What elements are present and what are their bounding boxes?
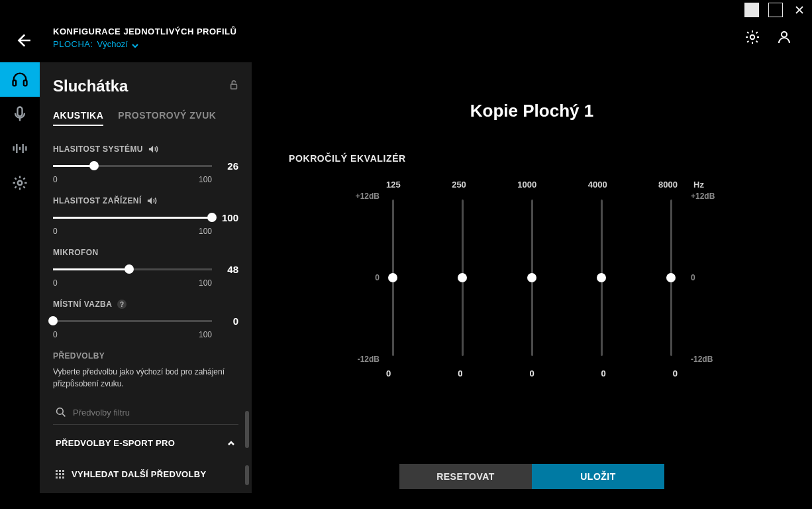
slider-label-sidetone: MÍSTNÍ VAZBA [53, 300, 112, 309]
slider-max: 100 [199, 278, 212, 288]
eq-freq-label: 8000 [658, 180, 678, 190]
reset-button[interactable]: RESETOVAT [399, 464, 532, 489]
sidetone-value: 0 [219, 315, 238, 327]
eq-band-value: 0 [458, 368, 462, 378]
scrollbar-thumb[interactable] [245, 465, 249, 485]
device-volume-value: 100 [219, 212, 238, 223]
eq-band-slider-8000[interactable] [670, 199, 672, 356]
system-volume-slider[interactable] [53, 165, 212, 167]
svg-rect-4 [18, 107, 23, 117]
slider-min: 0 [53, 175, 58, 184]
db-label: +12dB [340, 192, 380, 201]
preset-row-esport[interactable]: PŘEDVOLBY E-SPORT PRO [53, 427, 238, 459]
tab-equalizer[interactable] [0, 131, 40, 166]
back-button[interactable] [15, 32, 32, 49]
tab-lighting[interactable] [0, 166, 40, 200]
svg-rect-2 [13, 80, 17, 85]
preset-row-label: VYHLEDAT DALŠÍ PŘEDVOLBY [72, 469, 206, 479]
db-label: 0 [691, 273, 731, 282]
svg-point-1 [782, 32, 787, 37]
sidebar-panel: Sluchátka AKUSTIKA PROSTOROVÝ ZVUK HLASI… [40, 62, 252, 493]
system-volume-value: 26 [219, 160, 238, 172]
microphone-slider[interactable] [53, 268, 212, 270]
svg-rect-3 [24, 80, 27, 85]
profile-label: PLOCHA: [53, 39, 93, 49]
grid-icon [56, 470, 65, 479]
hz-label: Hz [693, 180, 704, 190]
eq-band-slider-125[interactable] [392, 199, 394, 356]
preset-row-default[interactable]: VÝCHOZÍ [53, 490, 238, 493]
sidebar-title: Sluchátka [53, 77, 128, 95]
db-label: -12dB [691, 355, 731, 364]
sidetone-slider[interactable] [53, 320, 212, 322]
svg-point-7 [57, 408, 64, 415]
tab-surround[interactable]: PROSTOROVÝ ZVUK [118, 110, 216, 126]
scrollbar-thumb[interactable] [245, 411, 249, 448]
slider-label-device-volume: HLASITOST ZAŘÍZENÍ [53, 196, 142, 205]
db-label: +12dB [691, 192, 731, 201]
eq-freq-label: 1000 [517, 180, 536, 190]
presets-heading: PŘEDVOLBY [53, 351, 238, 361]
eq-band-slider-1000[interactable] [531, 199, 533, 356]
slider-max: 100 [199, 227, 212, 236]
preset-search-input[interactable] [73, 408, 236, 418]
preset-row-label: PŘEDVOLBY E-SPORT PRO [56, 438, 175, 448]
volume-icon [148, 144, 159, 154]
profile-selector[interactable]: PLOCHA: Výchozí [53, 39, 236, 49]
eq-section-label: POKROČILÝ EKVALIZÉR [289, 153, 779, 164]
save-button[interactable]: ULOŽIT [532, 464, 664, 489]
eq-freq-label: 4000 [588, 180, 607, 190]
svg-rect-6 [231, 84, 237, 89]
eq-band-value: 0 [601, 368, 606, 378]
preset-row-find-more[interactable]: VYHLEDAT DALŠÍ PŘEDVOLBY [53, 459, 238, 490]
equalizer-grid: 125 250 1000 4000 8000 Hz +12dB 0 -12dB … [353, 180, 711, 378]
eq-band-slider-250[interactable] [462, 199, 464, 356]
slider-label-microphone: MIKROFON [53, 248, 99, 257]
eq-freq-label: 125 [386, 180, 401, 190]
lock-icon[interactable] [229, 80, 238, 93]
svg-point-5 [18, 181, 23, 186]
window-maximize-button[interactable] [768, 3, 783, 17]
preset-search[interactable] [53, 400, 238, 425]
chevron-up-icon [227, 439, 236, 448]
db-label: -12dB [340, 355, 380, 364]
eq-title: Kopie Plochý 1 [285, 101, 779, 121]
help-icon[interactable]: ? [117, 300, 127, 309]
eq-band-slider-4000[interactable] [601, 199, 603, 356]
slider-max: 100 [199, 330, 212, 339]
profile-value: Výchozí [97, 39, 128, 49]
microphone-value: 48 [219, 264, 238, 275]
device-volume-slider[interactable] [53, 217, 212, 219]
eq-band-value: 0 [529, 368, 534, 378]
db-label: 0 [340, 273, 380, 282]
page-title: KONFIGURACE JEDNOTLIVÝCH PROFILŮ [53, 27, 236, 36]
tab-microphone[interactable] [0, 97, 40, 131]
slider-min: 0 [53, 227, 58, 236]
window-close-button[interactable] [792, 3, 807, 17]
tab-headset[interactable] [0, 62, 40, 97]
svg-point-0 [750, 35, 754, 39]
eq-freq-label: 250 [452, 180, 466, 190]
volume-icon [147, 196, 158, 205]
chevron-down-icon [132, 41, 138, 48]
window-minimize-button[interactable] [744, 3, 759, 17]
slider-min: 0 [53, 278, 58, 288]
account-button[interactable] [776, 29, 792, 48]
search-icon [56, 407, 66, 418]
slider-label-system-volume: HLASITOST SYSTÉMU [53, 144, 143, 154]
eq-band-value: 0 [673, 368, 678, 378]
presets-description: Vyberte předvolbu jako výchozí bod pro z… [53, 366, 238, 390]
eq-band-value: 0 [386, 368, 391, 378]
settings-button[interactable] [744, 29, 760, 48]
slider-max: 100 [199, 175, 212, 184]
tab-acoustics[interactable]: AKUSTIKA [53, 110, 103, 126]
slider-min: 0 [53, 330, 58, 339]
